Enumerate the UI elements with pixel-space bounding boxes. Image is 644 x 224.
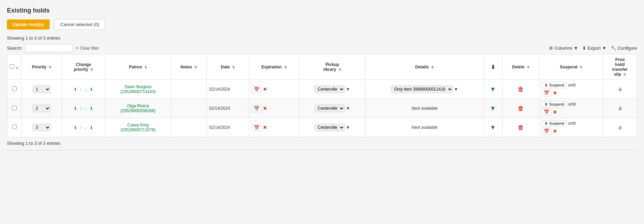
- pickup-library-col-header[interactable]: Pickuplibrary ⇅: [299, 55, 366, 80]
- priority-select[interactable]: 3: [33, 124, 51, 131]
- priority-col-header[interactable]: Priority ⇅: [22, 55, 62, 80]
- columns-button[interactable]: ⚙ Columns ▼: [549, 45, 578, 51]
- arrow-bottom-btn[interactable]: ⬇: [89, 86, 94, 92]
- print-slip-btn[interactable]: 🖨: [618, 87, 622, 92]
- expiration-cell[interactable]: 📅 ✕: [249, 80, 299, 99]
- priority-cell[interactable]: 1: [22, 80, 62, 99]
- move-bottom-btn[interactable]: ▼: [490, 105, 496, 112]
- move-bottom-cell[interactable]: ▼: [483, 118, 502, 137]
- date-value: 02/14/2024: [209, 87, 230, 92]
- delete-btn[interactable]: 🗑: [518, 124, 524, 131]
- arrow-up-btn[interactable]: ↑: [79, 86, 83, 92]
- expiration-cal-btn[interactable]: 📅: [252, 86, 261, 93]
- page-title: Existing holds: [7, 7, 637, 14]
- clear-filter-btn[interactable]: ✕ Clear filter: [75, 45, 99, 51]
- arrow-top-btn[interactable]: ⬆: [73, 86, 78, 92]
- details-col-header[interactable]: Details ⇅: [366, 55, 483, 80]
- row-checkbox[interactable]: [12, 106, 17, 110]
- suspend-cal-btn[interactable]: 📅: [542, 108, 551, 116]
- pickup-library-cell[interactable]: Centerville ▼: [299, 118, 366, 137]
- arrow-bottom-btn[interactable]: ⬇: [89, 106, 94, 111]
- expiration-clear-btn[interactable]: ✕: [263, 86, 267, 92]
- configure-button[interactable]: 🔧 Configure: [611, 45, 637, 51]
- move-bottom-btn[interactable]: ▼: [490, 124, 496, 131]
- suspend-clear-btn[interactable]: ✕: [553, 90, 557, 96]
- details-select[interactable]: Only item 39999000011418: [391, 85, 453, 93]
- priority-select[interactable]: 1: [33, 85, 51, 93]
- print-slip-btn[interactable]: 🖨: [618, 106, 622, 111]
- delete-cell[interactable]: 🗑: [502, 99, 539, 118]
- suspend-col-header[interactable]: Suspend ⇅: [539, 55, 603, 80]
- arrow-top-btn[interactable]: ⬆: [73, 125, 78, 131]
- change-priority-cell[interactable]: ⬆ ↑ ↓ ⬇: [62, 99, 105, 118]
- select-all-header[interactable]: ▲: [7, 55, 22, 80]
- patron-col-header[interactable]: Patron ⇅: [105, 55, 171, 80]
- pickup-library-select[interactable]: Centerville: [315, 85, 345, 93]
- change-priority-cell[interactable]: ⬆ ↑ ↓ ⬇: [62, 118, 105, 137]
- pickup-library-cell[interactable]: Centerville ▼: [299, 80, 366, 99]
- suspend-btn[interactable]: ⏸ Suspend: [542, 101, 566, 107]
- chevron-down-icon-2: ▼: [602, 45, 607, 51]
- delete-col-header[interactable]: Delete ⇅: [502, 55, 539, 80]
- arrow-up-btn[interactable]: ↑: [79, 106, 83, 111]
- suspend-cal-btn[interactable]: 📅: [542, 127, 551, 135]
- priority-cell[interactable]: 3: [22, 118, 62, 137]
- notes-col-header[interactable]: Notes ⇅: [171, 55, 206, 80]
- export-button[interactable]: ⬇ Export ▼: [582, 45, 606, 51]
- delete-cell[interactable]: 🗑: [502, 80, 539, 99]
- expiration-clear-btn[interactable]: ✕: [263, 106, 267, 111]
- arrow-down-btn[interactable]: ↓: [84, 125, 88, 131]
- arrow-down-btn[interactable]: ↓: [84, 86, 88, 92]
- move-bottom-btn[interactable]: ▼: [490, 86, 496, 93]
- date-col-header[interactable]: Date ⇅: [207, 55, 249, 80]
- update-holds-button[interactable]: Update hold(s): [7, 19, 50, 30]
- delete-cell[interactable]: 🗑: [502, 118, 539, 137]
- suspend-cell[interactable]: ⏸ Suspend until 📅 ✕: [539, 80, 603, 99]
- select-all-checkbox[interactable]: [10, 64, 14, 69]
- pickup-library-select[interactable]: Centerville: [315, 124, 345, 131]
- row-checkbox-cell[interactable]: [7, 99, 22, 118]
- expiration-clear-btn[interactable]: ✕: [263, 125, 267, 130]
- patron-link[interactable]: Casey King(23529000711078): [120, 123, 155, 132]
- suspend-btn[interactable]: ⏸ Suspend: [542, 120, 566, 126]
- delete-btn[interactable]: 🗑: [518, 86, 524, 93]
- print-slip-cell[interactable]: 🖨: [603, 99, 637, 118]
- cancel-selected-button[interactable]: Cancel selected (0): [54, 19, 105, 30]
- arrow-up-btn[interactable]: ↑: [79, 125, 83, 131]
- suspend-btn[interactable]: ⏸ Suspend: [542, 82, 566, 88]
- row-checkbox-cell[interactable]: [7, 118, 22, 137]
- suspend-cal-btn[interactable]: 📅: [542, 89, 551, 97]
- row-checkbox[interactable]: [12, 86, 17, 91]
- delete-btn[interactable]: 🗑: [518, 105, 524, 112]
- pause-icon: ⏸: [544, 121, 548, 125]
- print-slip-cell[interactable]: 🖨: [603, 80, 637, 99]
- patron-link[interactable]: Olga Rivera(23529000358268): [120, 103, 155, 113]
- expiration-cal-btn[interactable]: 📅: [252, 124, 261, 131]
- arrow-down-btn[interactable]: ↓: [84, 106, 88, 111]
- move-bottom-cell[interactable]: ▼: [483, 80, 502, 99]
- expiration-col-header[interactable]: Expiration ⇅: [249, 55, 299, 80]
- expiration-cell[interactable]: 📅 ✕: [249, 99, 299, 118]
- arrow-bottom-btn[interactable]: ⬇: [89, 125, 94, 131]
- expiration-cal-btn[interactable]: 📅: [252, 105, 261, 112]
- expiration-cell[interactable]: 📅 ✕: [249, 118, 299, 137]
- arrow-top-btn[interactable]: ⬆: [73, 106, 78, 111]
- pickup-library-cell[interactable]: Centerville ▼: [299, 99, 366, 118]
- showing-info-top: Showing 1 to 3 of 3 entries: [7, 35, 637, 41]
- details-cell[interactable]: Only item 39999000011418 ▼: [366, 80, 483, 99]
- suspend-clear-btn[interactable]: ✕: [553, 109, 557, 115]
- patron-link[interactable]: Dawn Burgess(23529000714163): [120, 84, 155, 94]
- print-slip-cell[interactable]: 🖨: [603, 118, 637, 137]
- print-slip-btn[interactable]: 🖨: [618, 125, 622, 130]
- priority-select[interactable]: 2: [33, 105, 51, 112]
- suspend-cell[interactable]: ⏸ Suspend until 📅 ✕: [539, 118, 603, 137]
- change-priority-cell[interactable]: ⬆ ↑ ↓ ⬇: [62, 80, 105, 99]
- move-bottom-cell[interactable]: ▼: [483, 99, 502, 118]
- search-input[interactable]: [25, 44, 73, 52]
- pickup-library-select[interactable]: Centerville: [315, 105, 345, 112]
- row-checkbox[interactable]: [12, 125, 17, 129]
- row-checkbox-cell[interactable]: [7, 80, 22, 99]
- priority-cell[interactable]: 2: [22, 99, 62, 118]
- suspend-clear-btn[interactable]: ✕: [553, 128, 557, 134]
- suspend-cell[interactable]: ⏸ Suspend until 📅 ✕: [539, 99, 603, 118]
